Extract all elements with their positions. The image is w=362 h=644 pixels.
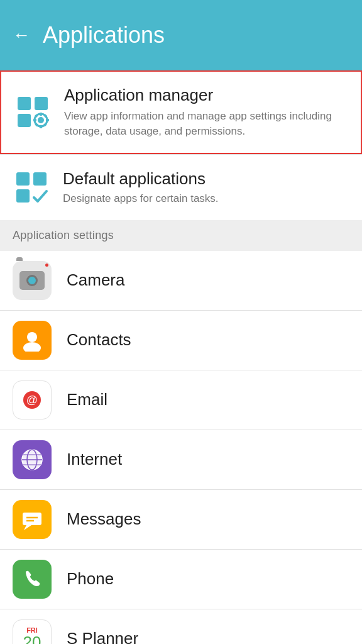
splanner-label: S Planner bbox=[67, 629, 138, 644]
svg-point-4 bbox=[38, 117, 44, 123]
svg-rect-2 bbox=[18, 114, 31, 127]
contacts-label: Contacts bbox=[67, 330, 131, 350]
svg-rect-13 bbox=[16, 172, 30, 186]
svg-rect-27 bbox=[23, 513, 41, 525]
messages-icon bbox=[13, 500, 52, 539]
default-apps-text: Default applications Designate apps for … bbox=[63, 169, 349, 205]
default-applications-item[interactable]: Default applications Designate apps for … bbox=[0, 154, 362, 220]
default-apps-title: Default applications bbox=[63, 169, 349, 189]
app-settings-section-header: Application settings bbox=[0, 220, 362, 251]
phone-item[interactable]: Phone bbox=[0, 550, 362, 609]
svg-marker-28 bbox=[24, 525, 31, 530]
internet-label: Internet bbox=[67, 450, 122, 469]
splanner-icon: FRI 20 bbox=[13, 619, 52, 644]
email-label: Email bbox=[67, 390, 107, 409]
svg-rect-7 bbox=[33, 119, 36, 121]
svg-rect-5 bbox=[40, 113, 42, 116]
phone-icon bbox=[13, 560, 52, 599]
email-item[interactable]: @ Email bbox=[0, 370, 362, 430]
page-title: Applications bbox=[43, 22, 165, 48]
default-apps-icon bbox=[13, 169, 50, 206]
app-manager-title: Application manager bbox=[64, 86, 348, 105]
camera-item[interactable]: Camera bbox=[0, 251, 362, 311]
svg-text:@: @ bbox=[26, 394, 38, 406]
default-apps-description: Designate apps for certain tasks. bbox=[63, 192, 349, 205]
internet-icon bbox=[13, 440, 52, 479]
contacts-icon bbox=[13, 321, 52, 360]
messages-item[interactable]: Messages bbox=[0, 490, 362, 550]
messages-label: Messages bbox=[67, 509, 141, 529]
camera-label: Camera bbox=[67, 270, 124, 290]
email-icon: @ bbox=[13, 380, 52, 419]
svg-rect-0 bbox=[18, 97, 31, 110]
app-header: ← Applications bbox=[0, 0, 362, 70]
svg-point-17 bbox=[23, 342, 41, 352]
svg-rect-15 bbox=[16, 189, 30, 203]
internet-item[interactable]: Internet bbox=[0, 430, 362, 490]
phone-label: Phone bbox=[67, 569, 114, 589]
svg-rect-1 bbox=[35, 97, 48, 110]
splanner-item[interactable]: FRI 20 S Planner bbox=[0, 609, 362, 644]
svg-rect-14 bbox=[33, 172, 47, 186]
app-manager-icon bbox=[14, 93, 52, 131]
camera-icon bbox=[13, 261, 52, 300]
app-manager-description: View app information and manage app sett… bbox=[64, 109, 348, 139]
app-manager-text: Application manager View app information… bbox=[64, 86, 348, 139]
svg-rect-6 bbox=[40, 125, 42, 128]
application-manager-item[interactable]: Application manager View app information… bbox=[0, 70, 362, 154]
svg-rect-8 bbox=[46, 119, 49, 121]
svg-point-16 bbox=[27, 332, 37, 342]
contacts-item[interactable]: Contacts bbox=[0, 311, 362, 370]
back-button[interactable]: ← bbox=[13, 25, 30, 45]
